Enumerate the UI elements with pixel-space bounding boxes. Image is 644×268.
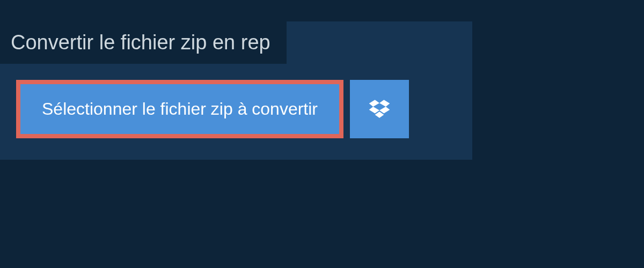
dropbox-icon [368,98,391,121]
select-file-button[interactable]: Sélectionner le fichier zip à convertir [16,80,343,138]
select-file-button-label: Sélectionner le fichier zip à convertir [42,99,318,119]
dropbox-button[interactable] [350,80,409,138]
page-title: Convertir le fichier zip en rep [11,31,270,54]
title-bar: Convertir le fichier zip en rep [0,21,287,64]
button-row: Sélectionner le fichier zip à convertir [0,64,472,138]
converter-panel: Convertir le fichier zip en rep Sélectio… [0,21,472,160]
